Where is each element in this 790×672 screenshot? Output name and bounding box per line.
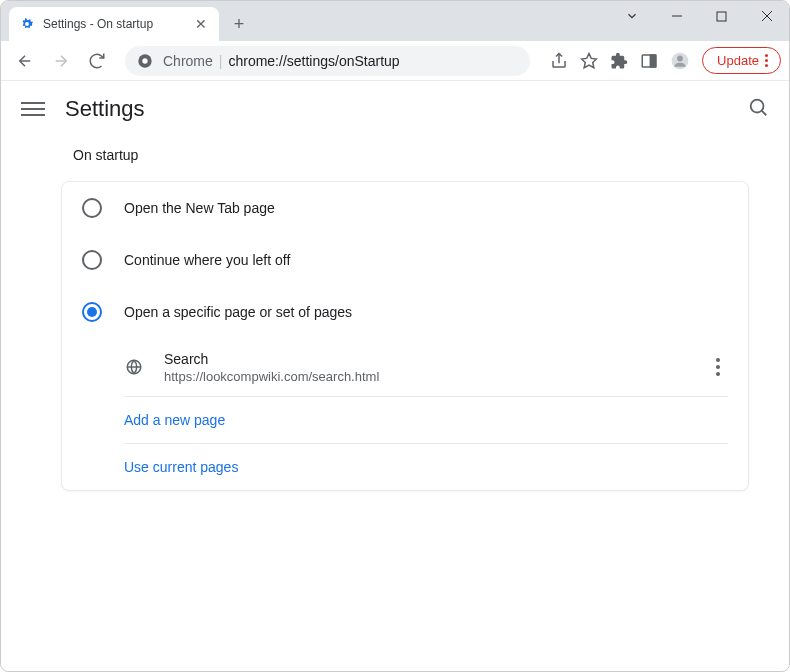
radio-new-tab[interactable]: Open the New Tab page: [62, 182, 748, 234]
titlebar: Settings - On startup ✕ +: [1, 1, 789, 41]
update-button[interactable]: Update: [702, 47, 781, 74]
page-name: Search: [164, 351, 708, 367]
toolbar: Chrome|chrome://settings/onStartup Updat…: [1, 41, 789, 81]
page-title: Settings: [65, 96, 747, 122]
page-more-button[interactable]: [708, 350, 728, 384]
content: On startup Open the New Tab page Continu…: [1, 137, 789, 491]
add-page-link[interactable]: Add a new page: [124, 412, 225, 428]
maximize-button[interactable]: [699, 1, 744, 31]
address-text: Chrome|chrome://settings/onStartup: [163, 53, 400, 69]
search-icon[interactable]: [747, 96, 769, 122]
svg-rect-1: [717, 12, 726, 21]
svg-point-15: [751, 100, 764, 113]
page-url: https://lookcompwiki.com/search.html: [164, 369, 708, 384]
radio-label: Continue where you left off: [124, 252, 290, 268]
tab-close-button[interactable]: ✕: [193, 16, 209, 32]
radio-label: Open a specific page or set of pages: [124, 304, 352, 320]
reload-button[interactable]: [81, 45, 113, 77]
tab-title: Settings - On startup: [43, 17, 193, 31]
svg-line-16: [762, 111, 767, 116]
radio-icon: [82, 198, 102, 218]
globe-icon: [124, 357, 144, 377]
close-button[interactable]: [744, 1, 789, 31]
use-current-link[interactable]: Use current pages: [124, 459, 238, 475]
section-title: On startup: [73, 147, 749, 163]
back-button[interactable]: [9, 45, 41, 77]
radio-icon: [82, 250, 102, 270]
radio-specific-pages[interactable]: Open a specific page or set of pages: [62, 286, 748, 338]
sidepanel-icon[interactable]: [640, 52, 658, 70]
menu-dots-icon: [765, 54, 768, 67]
minimize-button[interactable]: [654, 1, 699, 31]
svg-marker-9: [582, 53, 597, 67]
profile-icon[interactable]: [670, 51, 690, 71]
radio-icon-selected: [82, 302, 102, 322]
page-header: Settings: [1, 81, 789, 137]
forward-button[interactable]: [45, 45, 77, 77]
share-icon[interactable]: [550, 52, 568, 70]
page-entry: Search https://lookcompwiki.com/search.h…: [124, 338, 728, 396]
browser-tab[interactable]: Settings - On startup ✕: [9, 7, 219, 41]
window-controls: [609, 1, 789, 31]
svg-rect-12: [651, 55, 656, 67]
chrome-icon: [137, 53, 153, 69]
menu-icon[interactable]: [21, 97, 45, 121]
extensions-icon[interactable]: [610, 52, 628, 70]
gear-icon: [19, 16, 35, 32]
address-bar[interactable]: Chrome|chrome://settings/onStartup: [125, 46, 530, 76]
svg-point-7: [142, 58, 147, 63]
radio-label: Open the New Tab page: [124, 200, 275, 216]
star-icon[interactable]: [580, 52, 598, 70]
startup-card: Open the New Tab page Continue where you…: [61, 181, 749, 491]
radio-continue[interactable]: Continue where you left off: [62, 234, 748, 286]
new-tab-button[interactable]: +: [225, 10, 253, 38]
chevron-down-icon[interactable]: [609, 1, 654, 31]
pages-list: Search https://lookcompwiki.com/search.h…: [124, 338, 728, 490]
svg-point-14: [677, 55, 683, 61]
